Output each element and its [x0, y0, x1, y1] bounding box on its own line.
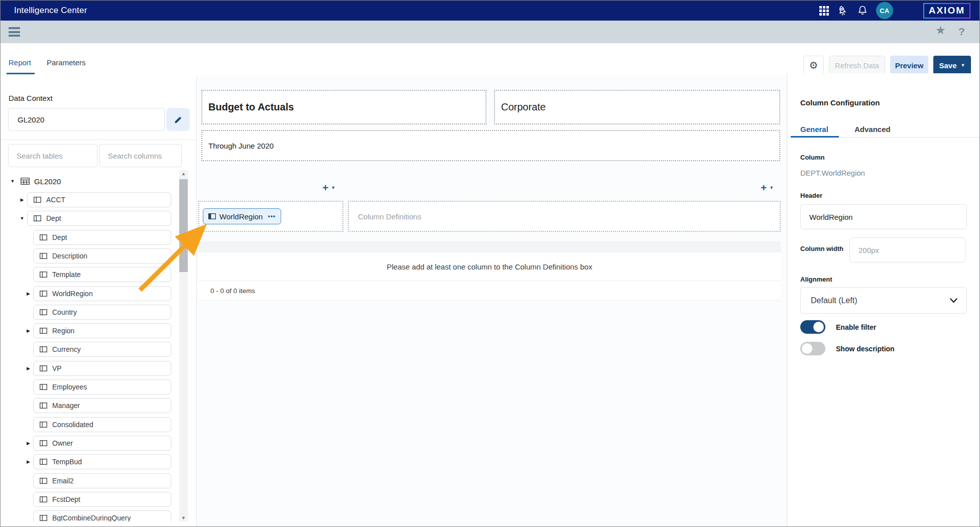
tree-item-box[interactable]: Region	[33, 323, 171, 338]
tree-item-vp[interactable]: ▶VP	[24, 361, 171, 376]
notifications-bell-icon[interactable]	[856, 4, 869, 17]
alignment-select[interactable]: Default (Left)	[800, 287, 967, 314]
caret-down-icon[interactable]: ▼	[9, 179, 17, 184]
tree-item-tempbud[interactable]: ▶TempBud	[24, 454, 171, 469]
caret-icon[interactable]: ▶	[24, 291, 33, 296]
refresh-data-button[interactable]: Refresh Data	[829, 56, 885, 75]
tree-item-currency[interactable]: Currency	[24, 342, 171, 357]
column-icon	[40, 309, 47, 315]
data-context-input[interactable]	[8, 108, 165, 131]
tree-item-employees[interactable]: Employees	[24, 379, 171, 394]
tree-item-box[interactable]: Dept	[27, 211, 171, 226]
chip-menu-icon[interactable]: •••	[268, 213, 276, 220]
save-button-label: Save	[939, 61, 957, 70]
row-chip-worldregion[interactable]: WorldRegion •••	[203, 208, 281, 224]
column-icon	[40, 422, 47, 428]
search-columns-input[interactable]	[99, 144, 182, 167]
tree-item-fcstdept[interactable]: FcstDept	[24, 492, 171, 507]
column-width-input[interactable]	[849, 237, 965, 262]
column-icon	[40, 403, 47, 409]
row-definitions-dropzone[interactable]: WorldRegion •••	[198, 201, 343, 232]
scrollbar-thumb[interactable]	[179, 179, 188, 272]
tree-root-gl2020[interactable]: ▼ GL2020	[1, 174, 61, 189]
add-column-definition-button[interactable]: + ▼	[761, 182, 774, 193]
tree-item-box[interactable]: FcstDept	[33, 492, 171, 507]
gear-icon: ⚙	[809, 59, 818, 71]
tab-report[interactable]: Report	[9, 58, 31, 67]
header-input[interactable]	[800, 204, 967, 229]
tree-item-description[interactable]: Description	[24, 248, 171, 264]
tree-item-box[interactable]: Consolidated	[33, 417, 171, 432]
add-row-definition-button[interactable]: + ▼	[322, 182, 335, 193]
rocket-icon[interactable]	[836, 4, 849, 17]
tab-parameters[interactable]: Parameters	[47, 58, 86, 67]
show-description-toggle[interactable]	[800, 342, 825, 355]
chevron-down-icon	[950, 298, 957, 303]
tree-item-dept[interactable]: Dept	[24, 230, 171, 245]
scroll-down-icon[interactable]: ▼	[179, 515, 188, 520]
tree-item-box[interactable]: VP	[33, 361, 171, 376]
report-title-box[interactable]: Budget to Actuals	[201, 90, 486, 124]
tree-item-box[interactable]: Employees	[33, 379, 171, 394]
top-header-bar: Intelligence Center CA AXIOM	[1, 1, 979, 21]
apps-grid-icon[interactable]	[819, 6, 829, 16]
plus-icon: +	[761, 182, 767, 193]
report-subtitle-box[interactable]: Through June 2020	[201, 130, 780, 161]
column-icon	[40, 515, 47, 521]
enable-filter-toggle[interactable]	[800, 320, 825, 334]
grid-items-count: 0 - 0 of 0 items	[198, 281, 781, 300]
save-dropdown-caret-icon[interactable]: ▼	[961, 63, 965, 68]
tree-item-box[interactable]: Email2	[33, 473, 171, 488]
tree-item-box[interactable]: Description	[33, 248, 171, 264]
caret-icon[interactable]: ▼	[17, 216, 27, 221]
tree-item-box[interactable]: WorldRegion	[33, 286, 171, 301]
tree-item-box[interactable]: Currency	[33, 342, 171, 357]
caret-icon[interactable]: ▶	[24, 459, 33, 464]
tree-item-label: ACCT	[46, 196, 65, 204]
report-canvas: Budget to Actuals Corporate Through June…	[197, 76, 787, 526]
tree-item-region[interactable]: ▶Region	[24, 323, 171, 338]
help-icon[interactable]: ?	[958, 26, 965, 38]
user-avatar[interactable]: CA	[876, 2, 893, 19]
tree-item-consolidated[interactable]: Consolidated	[24, 417, 171, 432]
tree-item-box[interactable]: Dept	[33, 230, 171, 245]
tree-item-country[interactable]: Country	[24, 305, 171, 320]
edit-data-context-button[interactable]	[166, 108, 190, 131]
tree-item-acct[interactable]: ▶ACCT	[17, 192, 171, 207]
tab-general[interactable]: General	[800, 125, 828, 134]
caret-icon[interactable]: ▶	[24, 366, 33, 371]
tree-item-owner[interactable]: ▶Owner	[24, 436, 171, 451]
tree-item-box[interactable]: TempBud	[33, 454, 171, 469]
tree-item-box[interactable]: Owner	[33, 436, 171, 451]
sidebar-scrollbar[interactable]: ▲ ▼	[179, 170, 188, 521]
show-description-toggle-row[interactable]: Show description	[800, 342, 895, 355]
enable-filter-toggle-row[interactable]: Enable filter	[800, 320, 876, 334]
tree-item-box[interactable]: Manager	[33, 398, 171, 413]
tree-item-box[interactable]: BgtCombineDuringQuery	[33, 510, 171, 521]
tree-item-box[interactable]: ACCT	[27, 192, 171, 207]
column-icon	[40, 384, 47, 390]
tree-item-bgtcombineduringquery[interactable]: BgtCombineDuringQuery	[24, 510, 171, 521]
caret-icon[interactable]: ▶	[24, 328, 33, 333]
tree-item-box[interactable]: Template	[33, 267, 171, 282]
column-definitions-dropzone[interactable]: Column Definitions	[348, 201, 781, 232]
column-icon	[34, 197, 41, 203]
tree-item-dept[interactable]: ▼Dept	[17, 211, 171, 226]
preview-button[interactable]: Preview	[890, 56, 928, 75]
scroll-up-icon[interactable]: ▲	[179, 171, 188, 176]
save-button[interactable]: Save ▼	[933, 56, 971, 75]
report-settings-button[interactable]: ⚙	[803, 56, 824, 75]
report-entity-box[interactable]: Corporate	[494, 90, 780, 124]
tree-item-label: Region	[52, 327, 74, 335]
tree-item-email2[interactable]: Email2	[24, 473, 171, 488]
tab-advanced[interactable]: Advanced	[854, 125, 891, 134]
caret-icon[interactable]: ▶	[17, 197, 27, 202]
caret-icon[interactable]: ▶	[24, 441, 33, 446]
tree-item-box[interactable]: Country	[33, 305, 171, 320]
favorite-star-icon[interactable]: ★	[935, 24, 946, 37]
tree-item-manager[interactable]: Manager	[24, 398, 171, 413]
hamburger-menu-icon[interactable]	[9, 27, 20, 37]
search-tables-input[interactable]	[8, 144, 97, 167]
tree-item-template[interactable]: Template	[24, 267, 171, 282]
tree-item-worldregion[interactable]: ▶WorldRegion	[24, 286, 171, 301]
